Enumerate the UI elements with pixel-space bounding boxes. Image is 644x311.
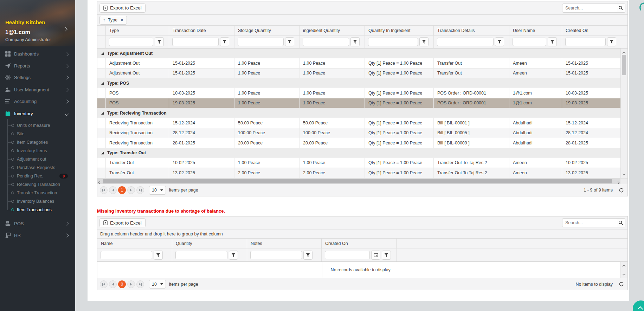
table-row[interactable]: Transfer Out 10-02-2025 1.00 Peace 1.00 … [97, 158, 621, 168]
page-size-select[interactable]: 10 [149, 280, 166, 289]
filter-button[interactable] [382, 251, 391, 260]
sidebar-item-receiving-transaction[interactable]: Receiving Transaction [0, 180, 75, 189]
table-row[interactable]: Transfer Out 13-02-2025 2.00 Peace 2.00 … [97, 168, 621, 178]
table-row[interactable]: Adjustment Out 15-01-2025 1.00 Peace 1.0… [97, 69, 621, 79]
sidebar-item-transfer-transaction[interactable]: Transfer Transaction [0, 189, 75, 197]
sort-asc-icon[interactable]: ↑ [103, 18, 105, 22]
group-row-pos[interactable]: Type: POS [97, 78, 621, 88]
sidebar-item-pending-rec[interactable]: Pending Rec. 0 [0, 172, 75, 180]
sidebar-item-purchase-requests[interactable]: Purchase Requests [0, 163, 75, 172]
column-header-created-on[interactable]: Created On [321, 239, 397, 248]
sidebar-item-adjustment-out[interactable]: Adjustment out [0, 155, 75, 163]
column-header-notes[interactable]: Notes [247, 239, 321, 248]
column-header-ingredient-quantity[interactable]: ingredient Quantity [299, 26, 365, 35]
filter-input-transaction-details[interactable] [437, 38, 494, 46]
current-page-button[interactable]: 1 [118, 186, 126, 194]
sidebar-item-site[interactable]: Site [0, 130, 75, 138]
column-header-quantity[interactable]: Quantity [172, 239, 247, 248]
sidebar-item-settings[interactable]: Settings [0, 72, 75, 83]
search-button[interactable] [616, 4, 625, 13]
column-header-transaction-date[interactable]: Transaction Date [169, 26, 234, 35]
export-to-excel-button[interactable]: Export to Excel [99, 4, 146, 13]
filter-input-type[interactable] [109, 38, 153, 46]
table-row[interactable]: Recieving Transaction 15-12-2024 50.00 P… [97, 118, 621, 128]
filter-input-created-on[interactable] [325, 251, 370, 259]
sidebar-item-item-transactions[interactable]: Item Transactions [0, 206, 75, 214]
table-row[interactable]: Recieving Transaction 28-01-2025 20.00 P… [97, 138, 621, 148]
search-input[interactable] [562, 4, 616, 13]
previous-page-button[interactable] [109, 280, 117, 288]
filter-input-quantity[interactable] [175, 251, 227, 259]
group-row-transfer-out[interactable]: Type: Transfer Out [97, 148, 621, 158]
filter-button[interactable] [285, 37, 294, 46]
filter-button[interactable] [607, 37, 616, 46]
column-header-transaction-details[interactable]: Transaction Details [433, 26, 509, 35]
filter-button[interactable] [154, 251, 163, 260]
scroll-to-top-button[interactable] [633, 300, 644, 311]
filter-button[interactable] [155, 37, 164, 46]
filter-button[interactable] [495, 37, 504, 46]
column-header-quantity-in-ingredient[interactable]: Quantity In Ingredient [365, 26, 433, 35]
group-drop-hint[interactable]: Drag a column header and drop it here to… [97, 229, 627, 239]
last-page-button[interactable] [136, 186, 144, 194]
group-row-recieving-transaction[interactable]: Type: Recieving Transaction [97, 108, 621, 118]
group-chip-type[interactable]: ↑ Type ✕ [99, 16, 127, 25]
filter-input-notes[interactable] [250, 251, 302, 259]
search-input[interactable] [562, 218, 616, 227]
table-row[interactable]: Recieving Transaction 28-12-2024 100.00 … [97, 128, 621, 138]
scrollbar-thumb[interactable] [103, 179, 612, 183]
collapse-icon[interactable] [101, 52, 104, 55]
filter-button[interactable] [220, 37, 229, 46]
scroll-up-icon[interactable] [623, 264, 625, 268]
sidebar-item-pos[interactable]: POS [0, 218, 75, 229]
scroll-down-icon[interactable] [623, 171, 625, 176]
table-row-selected[interactable]: POS 19-03-2025 1.00 Peace 1.00 Peace Qty… [97, 98, 621, 109]
next-page-button[interactable] [127, 280, 135, 288]
sidebar-item-dashboards[interactable]: Dashboards [0, 48, 75, 59]
sidebar-item-reports[interactable]: Reports [0, 60, 75, 71]
sidebar-item-inventory[interactable]: Inventory [0, 108, 75, 119]
filter-input-created-on[interactable] [565, 38, 606, 46]
vertical-scrollbar[interactable] [620, 48, 627, 178]
group-row-adjustment-out[interactable]: Type: Adjustment Out [97, 48, 621, 58]
column-header-storage-quantity[interactable]: Storage Quantity [234, 26, 299, 35]
sidebar-item-inventory-balances[interactable]: Inventory Balances [0, 197, 75, 206]
page-size-select[interactable]: 10 [149, 186, 166, 195]
refresh-button[interactable] [619, 188, 624, 193]
vertical-scrollbar[interactable] [620, 262, 627, 278]
collapse-icon[interactable] [101, 82, 104, 85]
column-header-type[interactable]: Type [105, 26, 169, 35]
filter-button[interactable] [350, 37, 360, 46]
filter-input-transaction-date[interactable] [172, 38, 219, 46]
sidebar-item-inventory-items[interactable]: Inventory Items [0, 147, 75, 155]
sidebar-item-item-categories[interactable]: Item Categories [0, 138, 75, 147]
column-header-name[interactable]: Name [97, 239, 172, 248]
filter-input-ingredient-quantity[interactable] [303, 38, 349, 46]
next-page-button[interactable] [127, 186, 135, 194]
filter-button[interactable] [229, 251, 238, 260]
refresh-button[interactable] [619, 281, 624, 287]
calendar-button[interactable] [371, 251, 380, 260]
column-header-created-on[interactable]: Created On [562, 26, 621, 35]
horizontal-scrollbar[interactable] [97, 179, 620, 184]
search-button[interactable] [616, 218, 625, 227]
current-page-button[interactable]: 0 [118, 280, 126, 288]
collapse-icon[interactable] [101, 111, 104, 115]
sidebar-item-hr[interactable]: HR [0, 230, 75, 240]
table-row[interactable]: Adjustment Out 15-01-2025 1.00 Peace 1.0… [97, 58, 621, 69]
profile-chevron-icon[interactable] [63, 26, 67, 32]
filter-button[interactable] [303, 251, 313, 260]
collapse-icon[interactable] [101, 151, 104, 155]
scroll-down-icon[interactable] [623, 271, 625, 276]
first-page-button[interactable] [100, 280, 108, 288]
filter-input-quantity-in-ingredient[interactable] [368, 38, 418, 46]
remove-group-icon[interactable]: ✕ [120, 18, 123, 22]
column-header-user-name[interactable]: User Name [509, 26, 562, 35]
sidebar-item-accounting[interactable]: Accounting [0, 96, 75, 106]
last-page-button[interactable] [136, 280, 144, 288]
first-page-button[interactable] [100, 186, 108, 194]
sidebar-item-user-managment[interactable]: User Managment [0, 84, 75, 95]
filter-input-storage-quantity[interactable] [238, 38, 284, 46]
filter-button[interactable] [419, 37, 429, 46]
filter-input-name[interactable] [101, 251, 152, 259]
